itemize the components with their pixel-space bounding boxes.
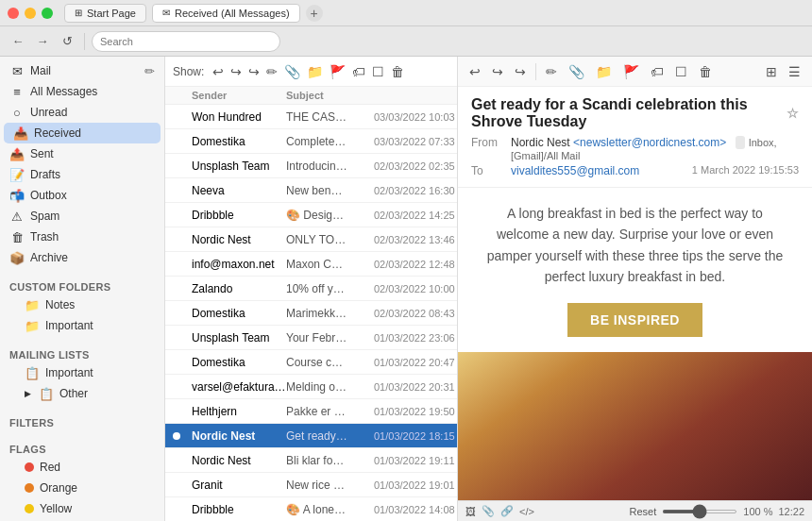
- msg-reply-button[interactable]: ↩: [465, 62, 484, 81]
- star-icon[interactable]: ☆: [787, 106, 799, 121]
- to-email[interactable]: vivaldites555@gmail.com: [511, 164, 639, 177]
- compose-new-button[interactable]: ✏: [264, 62, 279, 81]
- to-label: To: [471, 164, 509, 177]
- mail-sender: Domestika: [192, 356, 286, 369]
- mail-row[interactable]: Unsplash Team Your Februa... 01/03/2022 …: [165, 326, 457, 350]
- close-button[interactable]: [8, 8, 19, 19]
- sidebar-item-archive[interactable]: 📦 Archive: [0, 247, 164, 268]
- sidebar-mailing-other-label: Other: [59, 387, 88, 400]
- mail-sender: Helthjern: [192, 405, 286, 418]
- sent-icon: 📤: [9, 147, 25, 161]
- col-subject-header[interactable]: Subject: [286, 90, 347, 101]
- msg-mark-button[interactable]: ☐: [671, 62, 691, 81]
- sidebar-flag-yellow[interactable]: Yellow: [0, 498, 164, 519]
- sidebar-flags-section: Flags Red Orange Yellow Green Blue: [0, 434, 164, 521]
- sidebar-flag-orange[interactable]: Orange: [0, 478, 164, 498]
- sidebar-item-mailing-important[interactable]: 📋 Important: [0, 362, 164, 383]
- mail-row[interactable]: Won Hundred THE CASSI... 03/03/2022 10:0…: [165, 105, 457, 129]
- maximize-button[interactable]: [42, 8, 53, 19]
- be-inspired-button[interactable]: BE INSPIRED: [567, 303, 702, 337]
- sidebar-item-unread[interactable]: ○ Unread: [0, 102, 164, 123]
- mail-row[interactable]: Unsplash Team Introducing ... 02/03/2022…: [165, 154, 457, 178]
- mail-date: 01/03/2022 18:15: [374, 430, 449, 442]
- reply-all-button[interactable]: ↪: [228, 62, 244, 81]
- mail-row[interactable]: Dribbble 🎨 Designer... 02/03/2022 14:25: [165, 203, 457, 227]
- mail-row[interactable]: Domestika Complete yo... 03/03/2022 07:3…: [165, 129, 457, 154]
- sender-email[interactable]: <newsletter@nordicnest.com>: [573, 136, 726, 149]
- mail-row[interactable]: Domestika Course certi... 01/03/2022 20:…: [165, 350, 457, 375]
- reply-button[interactable]: ↩: [211, 62, 226, 81]
- mail-date: 03/03/2022 07:33: [374, 136, 449, 147]
- reset-label[interactable]: Reset: [630, 506, 657, 517]
- msg-attachment-button[interactable]: 📎: [565, 62, 588, 81]
- delete-button[interactable]: 🗑: [389, 62, 406, 81]
- mark-button[interactable]: ☐: [370, 62, 386, 81]
- tab-received[interactable]: ✉ Received (All Messages): [152, 4, 300, 23]
- mail-sender: Nordic Nest: [192, 454, 286, 467]
- sidebar-item-notes[interactable]: 📁 Notes: [0, 294, 164, 315]
- forward-button[interactable]: ↪: [246, 62, 262, 81]
- mail-row[interactable]: Helthjern Pakke er på ... 01/03/2022 19:…: [165, 399, 457, 424]
- attachment-button[interactable]: 📎: [282, 62, 302, 81]
- compose-icon[interactable]: ✏: [144, 64, 155, 78]
- forward-button[interactable]: →: [32, 31, 53, 52]
- message-title: Get ready for a Scandi celebration this …: [471, 96, 799, 130]
- mail-row[interactable]: Nordic Nest ONLY TODA... 02/03/2022 13:4…: [165, 227, 457, 252]
- flag-yellow-dot: [25, 504, 34, 513]
- sidebar-item-drafts[interactable]: 📝 Drafts: [0, 164, 164, 185]
- msg-delete-button[interactable]: 🗑: [695, 62, 716, 81]
- msg-reply-all-button[interactable]: ↪: [488, 62, 507, 81]
- mail-app-icon: ✉: [9, 64, 25, 78]
- tab-start-page[interactable]: ⊞ Start Page: [64, 4, 146, 23]
- msg-more-button[interactable]: ☰: [785, 62, 804, 81]
- mail-row[interactable]: Nordic Nest Bli klar for v... 01/03/2022…: [165, 448, 457, 473]
- outbox-icon: 📬: [9, 189, 25, 203]
- sidebar-custom-folders-section: Custom Folders 📁 Notes 📁 Important: [0, 272, 164, 340]
- folder-button[interactable]: 📁: [305, 62, 325, 81]
- sidebar-item-spam[interactable]: ⚠ Spam: [0, 206, 164, 227]
- sidebar-item-trash[interactable]: 🗑 Trash: [0, 227, 164, 247]
- sidebar-item-important[interactable]: 📁 Important: [0, 315, 164, 336]
- mail-date: 01/03/2022 20:31: [374, 381, 449, 393]
- tag-button[interactable]: 🏷: [350, 62, 367, 81]
- sidebar-item-received[interactable]: 📥 Received: [4, 123, 161, 143]
- mail-row[interactable]: Dribbble 🎨 A lone de... 01/03/2022 14:08: [165, 497, 457, 521]
- msg-compose-button[interactable]: ✏: [542, 62, 561, 81]
- flag-orange-dot: [25, 483, 34, 493]
- col-sender-header[interactable]: Sender: [192, 90, 286, 101]
- inbox-tag: [736, 136, 745, 149]
- mail-row[interactable]: Zalando 10% off your... 02/03/2022 10:00: [165, 277, 457, 301]
- mail-row[interactable]: varsel@efaktura.no Melding om ... 01/03/…: [165, 375, 457, 399]
- add-tab-button[interactable]: +: [306, 5, 323, 22]
- message-pane: ↩ ↪ ↪ ✏ 📎 📁 🚩 🏷 ☐ 🗑 ⊞ ☰ Get ready for a …: [458, 57, 812, 521]
- msg-flag-button[interactable]: 🚩: [619, 62, 643, 81]
- refresh-button[interactable]: ↺: [57, 31, 77, 52]
- received-icon: 📥: [13, 126, 28, 141]
- mail-row[interactable]: Nordic Nest Get ready fo... 01/03/2022 1…: [165, 424, 457, 448]
- sidebar-flag-red[interactable]: Red: [0, 457, 164, 478]
- search-input[interactable]: [92, 31, 280, 52]
- sidebar-item-outbox[interactable]: 📬 Outbox: [0, 185, 164, 206]
- minimize-button[interactable]: [25, 8, 36, 19]
- msg-view-toggle[interactable]: ⊞: [762, 62, 781, 81]
- sidebar-item-sent[interactable]: 📤 Sent: [0, 143, 164, 164]
- msg-tag-button[interactable]: 🏷: [647, 62, 668, 81]
- mail-row[interactable]: info@maxon.net Maxon Com... 02/03/2022 1…: [165, 252, 457, 277]
- sidebar-item-all-messages[interactable]: ≡ All Messages: [0, 81, 164, 102]
- back-button[interactable]: ←: [8, 31, 28, 52]
- clock: 12:22: [778, 506, 804, 517]
- mail-row[interactable]: Granit New rice pa... 01/03/2022 19:01: [165, 473, 457, 497]
- flag-button[interactable]: 🚩: [328, 62, 347, 81]
- mail-row[interactable]: Neeva New benefits... 02/03/2022 16:30: [165, 178, 457, 203]
- sidebar-mail-section: ✉ Mail ✏ ≡ All Messages ○ Unread 📥 Recei…: [0, 57, 164, 272]
- message-toolbar: ↩ ↪ ↪ ✏ 📎 📁 🚩 🏷 ☐ 🗑 ⊞ ☰: [458, 57, 812, 87]
- zoom-slider[interactable]: [662, 510, 737, 513]
- msg-folder-button[interactable]: 📁: [592, 62, 616, 81]
- mail-row[interactable]: Domestika Marimekko: 20% off the ... 02/…: [165, 301, 457, 326]
- msg-forward-button[interactable]: ↪: [511, 62, 530, 81]
- folder-icon: 📁: [25, 298, 40, 312]
- mail-subject: Marimekko: 20% off the ...: [286, 307, 347, 320]
- mail-date: 02/03/2022 16:30: [374, 185, 449, 196]
- sidebar-mail-header: ✉ Mail ✏: [0, 60, 164, 81]
- sidebar-item-mailing-other[interactable]: ▶ 📋 Other: [0, 383, 164, 404]
